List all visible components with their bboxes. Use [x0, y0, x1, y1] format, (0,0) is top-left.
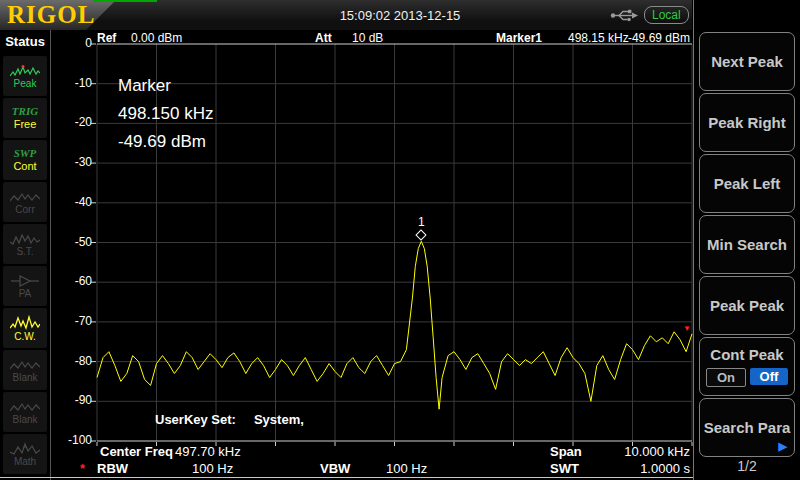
span-value: 10.000 kHz — [624, 444, 690, 459]
status-item-label: S.T. — [16, 247, 33, 257]
center-freq-value: 497.70 kHz — [175, 444, 241, 459]
next-peak-button[interactable]: Next Peak — [699, 32, 795, 91]
userkey-message: UserKey Set:System, — [155, 412, 304, 427]
peak-right-button[interactable]: Peak Right — [699, 93, 795, 152]
y-axis-tick-label: -10 — [50, 76, 92, 90]
y-axis-tick-label: -50 — [50, 235, 92, 249]
preamp-icon — [11, 274, 39, 288]
y-axis-tick-label: -40 — [50, 195, 92, 209]
attenuation-label: Att — [315, 31, 332, 45]
status-divider — [50, 30, 51, 480]
y-axis-tick-label: -80 — [50, 354, 92, 368]
sweep-acronym: SWP — [14, 148, 37, 159]
vbw-value: 100 Hz — [386, 461, 427, 476]
status-item-pa: PA — [3, 266, 47, 306]
status-item-label: Corr — [15, 205, 34, 215]
status-item-label: Blank — [12, 415, 37, 425]
cw-waveform-icon — [10, 315, 40, 331]
center-freq-label: Center Freq — [100, 444, 173, 459]
header-green-strip — [93, 0, 157, 2]
sweep-mode: Cont — [13, 160, 36, 172]
search-para-button[interactable]: Search Para ▶ — [699, 398, 795, 457]
cont-peak-on-option[interactable]: On — [706, 368, 746, 387]
brand-logo: RIGOL — [7, 1, 95, 29]
marker-readout: Marker 498.150 kHz -49.69 dBm — [118, 72, 213, 156]
status-item-math: Math — [3, 434, 47, 474]
datetime-display: 15:09:02 2013-12-15 — [290, 8, 510, 23]
status-item-label: Peak — [14, 79, 37, 89]
y-axis-tick-label: -90 — [50, 393, 92, 407]
marker1-label: Marker1 — [496, 31, 542, 45]
button-label: Next Peak — [711, 53, 783, 70]
swt-label: SWT — [550, 461, 579, 476]
cont-peak-toggle: On Off — [706, 368, 788, 387]
status-item-label: PA — [19, 289, 32, 299]
st-waveform-icon — [10, 232, 40, 246]
peak-left-button[interactable]: Peak Left — [699, 154, 795, 213]
status-panel: Status Peak TRIG Free SWP Cont — [0, 30, 50, 480]
cont-peak-button[interactable]: Cont Peak On Off — [699, 337, 795, 396]
corr-waveform-icon — [10, 190, 40, 204]
rbw-label: RBW — [97, 461, 128, 476]
status-item-trigger: TRIG Free — [3, 98, 47, 138]
status-item-peak: Peak — [3, 56, 47, 96]
status-item-label: Math — [14, 457, 36, 467]
swt-value: 1.0000 s — [640, 461, 690, 476]
sweep-position-icon: ▼ — [683, 325, 691, 333]
status-panel-title: Status — [0, 30, 50, 49]
trigger-mode: Free — [14, 118, 37, 130]
y-axis-tick-label: -100 — [50, 433, 92, 447]
userkey-message-value: System, — [254, 412, 304, 427]
button-label: Peak Peak — [710, 297, 784, 314]
status-item-st: S.T. — [3, 224, 47, 264]
usb-icon — [610, 9, 638, 22]
status-item-label: C.W. — [14, 332, 36, 342]
ref-level-value: 0.00 dBm — [131, 31, 182, 45]
span-label: Span — [550, 444, 582, 459]
status-item-label: Blank — [12, 373, 37, 383]
attenuation-value: 10 dB — [352, 31, 383, 45]
vbw-label: VBW — [320, 461, 350, 476]
marker-readout-frequency: 498.150 kHz — [118, 100, 213, 128]
menu-page-indicator: 1/2 — [694, 458, 800, 474]
blank-waveform-icon — [10, 358, 40, 372]
marker1-amplitude: -49.69 dBm — [628, 31, 690, 45]
status-item-list: Peak TRIG Free SWP Cont Corr S.T. — [3, 56, 47, 474]
userkey-message-label: UserKey Set: — [155, 412, 236, 427]
y-axis-tick-label: -30 — [50, 155, 92, 169]
status-item-sweep: SWP Cont — [3, 140, 47, 180]
local-status-badge: Local — [644, 6, 689, 24]
rbw-value: 100 Hz — [192, 461, 233, 476]
trigger-acronym: TRIG — [12, 106, 38, 117]
softkey-menu: Next Peak Peak Right Peak Left Min Searc… — [694, 0, 800, 480]
y-axis-tick-label: -60 — [50, 274, 92, 288]
marker1-frequency: 498.15 kHz — [568, 31, 629, 45]
status-item-cw: C.W. — [3, 308, 47, 348]
button-label: Peak Left — [714, 175, 781, 192]
peak-peak-button[interactable]: Peak Peak — [699, 276, 795, 335]
header-bar: RIGOL 15:09:02 2013-12-15 Local — [0, 0, 692, 30]
peak-waveform-icon — [10, 64, 40, 78]
footer-divider — [0, 477, 694, 478]
y-axis-tick-label: 0 — [50, 36, 92, 50]
ref-level-label: Ref — [97, 31, 116, 45]
min-search-button[interactable]: Min Search — [699, 215, 795, 274]
button-label: Peak Right — [708, 114, 786, 131]
button-label: Cont Peak — [710, 346, 783, 363]
status-item-blank2: Blank — [3, 392, 47, 432]
button-label: Search Para — [704, 419, 791, 436]
status-item-corr: Corr — [3, 182, 47, 222]
cont-peak-off-option[interactable]: Off — [750, 368, 788, 385]
math-waveform-icon — [10, 442, 40, 456]
y-axis-tick-label: -70 — [50, 314, 92, 328]
button-label: Min Search — [707, 236, 787, 253]
y-axis-tick-label: -20 — [50, 115, 92, 129]
rbw-coupling-flag: * — [80, 461, 85, 476]
submenu-arrow-icon: ▶ — [779, 440, 787, 453]
marker-readout-amplitude: -49.69 dBm — [118, 128, 213, 156]
marker-readout-title: Marker — [118, 72, 213, 100]
marker-number-label: 1 — [417, 215, 425, 229]
spectrum-analyzer-screen: RIGOL 15:09:02 2013-12-15 Local Peak Sta… — [0, 0, 800, 480]
status-item-blank1: Blank — [3, 350, 47, 390]
blank-waveform-icon — [10, 400, 40, 414]
